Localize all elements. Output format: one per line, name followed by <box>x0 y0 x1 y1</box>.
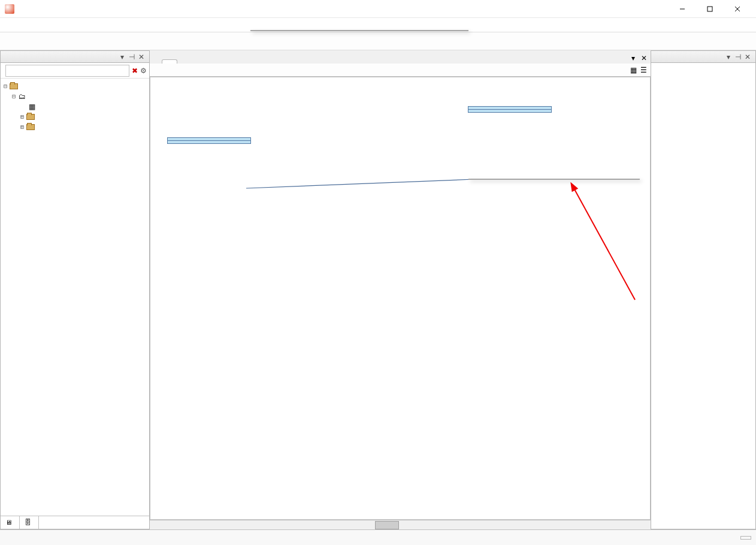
tree-workspace[interactable]: ⊟ <box>2 81 148 91</box>
tree-diagram[interactable]: ▦ <box>2 101 148 112</box>
browser-tabs: 🖥 🗄 <box>1 516 149 529</box>
entity-columns <box>468 110 551 112</box>
filter-options-icon[interactable]: ⚙ <box>140 67 147 75</box>
entity-columns <box>168 141 250 143</box>
panel-dropdown-icon[interactable]: ▾ <box>118 53 126 61</box>
clear-filter-icon[interactable]: ✖ <box>132 67 138 75</box>
doc-menu-icon[interactable]: ▾ <box>629 53 637 64</box>
tree-tables[interactable]: ⊞ <box>2 112 148 122</box>
status-bar <box>0 529 756 545</box>
svg-rect-1 <box>707 7 712 11</box>
filter-input[interactable] <box>5 65 129 77</box>
panel-dropdown-icon[interactable]: ▾ <box>724 53 733 61</box>
tools-menu-dropdown[interactable] <box>250 30 468 31</box>
status-database <box>740 536 751 540</box>
main-toolbar <box>0 32 756 50</box>
panel-pin-icon[interactable]: ⊣ <box>128 53 136 61</box>
close-button[interactable] <box>724 0 751 18</box>
tab-repository[interactable]: 🗄 <box>20 516 39 529</box>
object-browser-header: ▾ ⊣ ✕ <box>1 51 149 63</box>
panel-close-icon[interactable]: ✕ <box>743 53 752 61</box>
view-grid-icon[interactable]: ▦ <box>630 66 637 74</box>
entity-t-station[interactable] <box>167 137 251 144</box>
diagram-canvas[interactable] <box>150 77 651 520</box>
maximize-button[interactable] <box>696 0 724 18</box>
document-tab[interactable] <box>162 59 177 64</box>
app-icon <box>5 4 14 14</box>
doc-close-icon[interactable]: ✕ <box>637 53 651 64</box>
horizontal-scrollbar[interactable] <box>150 520 651 529</box>
panel-close-icon[interactable]: ✕ <box>137 53 146 61</box>
diagram-area: ▾ ✕ ▦ ☰ <box>150 50 651 529</box>
view-list-icon[interactable]: ☰ <box>640 66 647 74</box>
minimize-button[interactable] <box>669 0 696 18</box>
entity-station[interactable] <box>468 106 552 113</box>
svg-line-4 <box>246 179 474 188</box>
panel-pin-icon[interactable]: ⊣ <box>734 53 742 61</box>
object-tree[interactable]: ⊟ ⊟🗂 ▦ ⊞ ⊞ <box>1 79 149 516</box>
execute-commands-submenu[interactable] <box>468 179 640 180</box>
toolbox-header: ▾ ⊣ ✕ <box>651 51 755 63</box>
object-browser-panel: ▾ ⊣ ✕ ✖ ⚙ ⊟ ⊟🗂 ▦ ⊞ ⊞ 🖥 🗄 <box>0 50 150 529</box>
tab-local[interactable]: 🖥 <box>1 516 20 529</box>
toolbox-panel: ▾ ⊣ ✕ <box>651 50 756 529</box>
tree-model[interactable]: ⊟🗂 <box>2 91 148 101</box>
tree-references[interactable]: ⊞ <box>2 122 148 132</box>
title-bar <box>0 0 756 18</box>
